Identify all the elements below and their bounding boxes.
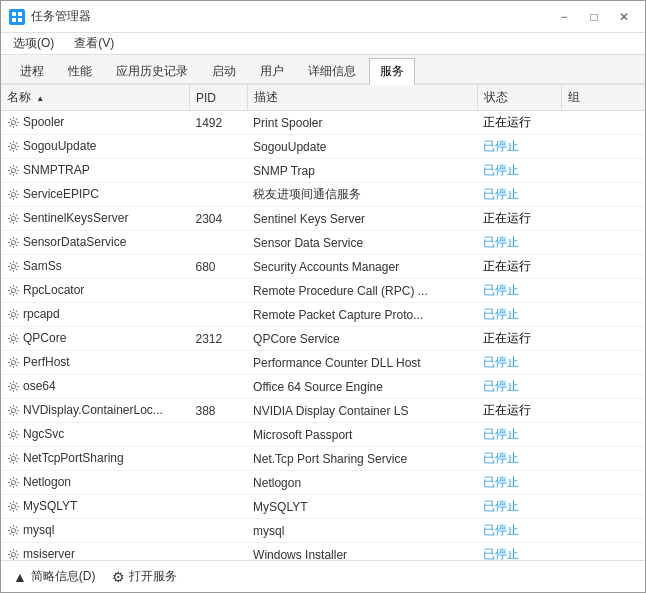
col-header-name[interactable]: 名称 ▲ <box>1 85 189 111</box>
svg-point-9 <box>11 240 15 244</box>
table-row[interactable]: ServiceEPIPC税友进项间通信服务已停止 <box>1 183 645 207</box>
service-icon <box>7 236 20 249</box>
table-row[interactable]: MySQLYTMySQLYT已停止 <box>1 495 645 519</box>
service-status: 正在运行 <box>477 255 561 279</box>
service-icon <box>7 284 20 297</box>
svg-point-6 <box>11 168 15 172</box>
service-status: 已停止 <box>477 543 561 561</box>
svg-point-4 <box>11 120 15 124</box>
service-pid: 388 <box>189 399 247 423</box>
service-group <box>561 135 645 159</box>
service-icon <box>7 308 20 321</box>
service-icon <box>7 140 20 153</box>
tab-services[interactable]: 服务 <box>369 58 415 85</box>
col-header-pid[interactable]: PID <box>189 85 247 111</box>
service-group <box>561 495 645 519</box>
svg-point-19 <box>11 480 15 484</box>
close-button[interactable]: ✕ <box>611 7 637 27</box>
maximize-button[interactable]: □ <box>581 7 607 27</box>
tab-history[interactable]: 应用历史记录 <box>105 58 199 85</box>
tab-users[interactable]: 用户 <box>249 58 295 85</box>
col-header-group[interactable]: 组 <box>561 85 645 111</box>
service-status: 已停止 <box>477 519 561 543</box>
table-row[interactable]: msiserverWindows Installer已停止 <box>1 543 645 561</box>
table-row[interactable]: PerfHostPerformance Counter DLL Host已停止 <box>1 351 645 375</box>
table-row[interactable]: NetlogonNetlogon已停止 <box>1 471 645 495</box>
table-row[interactable]: SamSs680Security Accounts Manager正在运行 <box>1 255 645 279</box>
service-status: 已停止 <box>477 447 561 471</box>
svg-rect-0 <box>12 12 16 16</box>
service-group <box>561 279 645 303</box>
services-table: 名称 ▲ PID 描述 状态 组 Spooler1492Print Spoole… <box>1 85 645 560</box>
service-group <box>561 543 645 561</box>
service-pid <box>189 351 247 375</box>
service-group <box>561 159 645 183</box>
svg-point-17 <box>11 432 15 436</box>
service-desc: Print Spooler <box>247 111 477 135</box>
service-desc: Remote Packet Capture Proto... <box>247 303 477 327</box>
service-pid <box>189 375 247 399</box>
service-status: 已停止 <box>477 495 561 519</box>
service-icon <box>7 476 20 489</box>
menu-view[interactable]: 查看(V) <box>66 33 122 54</box>
service-desc: QPCore Service <box>247 327 477 351</box>
table-row[interactable]: SentinelKeysServer2304Sentinel Keys Serv… <box>1 207 645 231</box>
service-icon <box>7 452 20 465</box>
svg-rect-1 <box>18 12 22 16</box>
service-desc: SogouUpdate <box>247 135 477 159</box>
services-table-container[interactable]: 名称 ▲ PID 描述 状态 组 Spooler1492Print Spoole… <box>1 85 645 560</box>
service-name: SentinelKeysServer <box>1 207 189 231</box>
minimize-button[interactable]: − <box>551 7 577 27</box>
service-name: SNMPTRAP <box>1 159 189 183</box>
svg-point-12 <box>11 312 15 316</box>
table-row[interactable]: QPCore2312QPCore Service正在运行 <box>1 327 645 351</box>
table-row[interactable]: mysqlmysql已停止 <box>1 519 645 543</box>
service-name: MySQLYT <box>1 495 189 519</box>
service-group <box>561 351 645 375</box>
service-desc: Security Accounts Manager <box>247 255 477 279</box>
service-group <box>561 207 645 231</box>
service-desc: SNMP Trap <box>247 159 477 183</box>
table-row[interactable]: Spooler1492Print Spooler正在运行 <box>1 111 645 135</box>
status-bar: ▲ 简略信息(D) ⚙ 打开服务 <box>1 560 645 592</box>
service-name: PerfHost <box>1 351 189 375</box>
service-status: 已停止 <box>477 375 561 399</box>
service-desc: Sensor Data Service <box>247 231 477 255</box>
table-row[interactable]: rpcapdRemote Packet Capture Proto...已停止 <box>1 303 645 327</box>
service-desc: Remote Procedure Call (RPC) ... <box>247 279 477 303</box>
table-row[interactable]: SensorDataServiceSensor Data Service已停止 <box>1 231 645 255</box>
menu-bar: 选项(O) 查看(V) <box>1 33 645 55</box>
service-name: rpcapd <box>1 303 189 327</box>
table-row[interactable]: NgcSvcMicrosoft Passport已停止 <box>1 423 645 447</box>
service-name: msiserver <box>1 543 189 561</box>
col-header-desc[interactable]: 描述 <box>247 85 477 111</box>
tab-process[interactable]: 进程 <box>9 58 55 85</box>
service-status: 正在运行 <box>477 111 561 135</box>
svg-point-20 <box>11 504 15 508</box>
table-row[interactable]: NetTcpPortSharingNet.Tcp Port Sharing Se… <box>1 447 645 471</box>
summary-button[interactable]: ▲ 简略信息(D) <box>13 568 96 585</box>
table-row[interactable]: ose64Office 64 Source Engine已停止 <box>1 375 645 399</box>
tab-details[interactable]: 详细信息 <box>297 58 367 85</box>
table-row[interactable]: SNMPTRAPSNMP Trap已停止 <box>1 159 645 183</box>
tab-performance[interactable]: 性能 <box>57 58 103 85</box>
service-status: 已停止 <box>477 351 561 375</box>
table-row[interactable]: SogouUpdateSogouUpdate已停止 <box>1 135 645 159</box>
service-status: 已停止 <box>477 471 561 495</box>
service-desc: Netlogon <box>247 471 477 495</box>
col-header-status[interactable]: 状态 <box>477 85 561 111</box>
svg-rect-2 <box>12 18 16 22</box>
table-row[interactable]: NVDisplay.ContainerLoc...388NVIDIA Displ… <box>1 399 645 423</box>
open-service-button[interactable]: ⚙ 打开服务 <box>112 568 177 585</box>
tab-startup[interactable]: 启动 <box>201 58 247 85</box>
app-icon <box>9 9 25 25</box>
service-status: 已停止 <box>477 303 561 327</box>
title-controls: − □ ✕ <box>551 7 637 27</box>
service-name: ose64 <box>1 375 189 399</box>
svg-point-13 <box>11 336 15 340</box>
service-pid <box>189 183 247 207</box>
service-pid: 2312 <box>189 327 247 351</box>
menu-options[interactable]: 选项(O) <box>5 33 62 54</box>
table-row[interactable]: RpcLocatorRemote Procedure Call (RPC) ..… <box>1 279 645 303</box>
service-group <box>561 183 645 207</box>
